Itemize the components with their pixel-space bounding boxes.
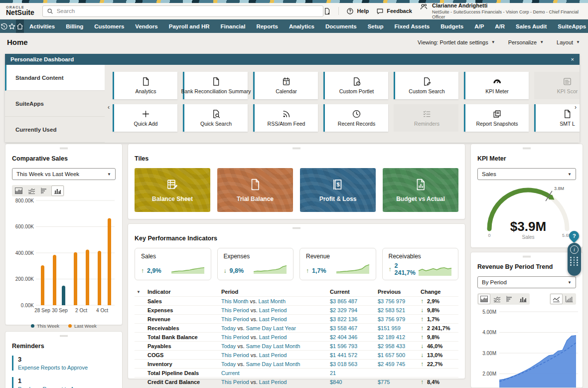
tile-trial-balance[interactable]: Trial Balance — [217, 168, 293, 212]
content-card-custom-portlet[interactable]: cCustom Portlet — [323, 72, 388, 99]
content-card-quick-add[interactable]: Quick Add — [113, 104, 177, 132]
kpi-card-revenue[interactable]: Revenue ↑1,7% — [299, 248, 376, 280]
nav-item-analytics[interactable]: Analytics — [284, 23, 320, 29]
current-value[interactable]: $2 404 346 — [330, 334, 378, 340]
nav-item-a-p[interactable]: A/P — [469, 23, 489, 29]
drag-handle[interactable] — [523, 255, 531, 258]
drag-handle[interactable] — [60, 334, 68, 338]
period-link[interactable]: Current — [221, 370, 240, 376]
content-card-recent-records[interactable]: Recent Records — [323, 104, 388, 132]
drag-handle[interactable] — [523, 147, 531, 150]
content-card-bank-reconciliation-summary[interactable]: Bank Reconciliation Summary — [183, 72, 248, 99]
rt-hbar-chart-icon[interactable] — [504, 294, 516, 304]
global-search-input[interactable]: Search — [42, 5, 324, 17]
nav-item-reports[interactable]: Reports — [251, 23, 283, 29]
period-link[interactable]: This Month — [221, 298, 248, 304]
current-value[interactable]: $3 018 563 — [330, 361, 378, 367]
current-value[interactable]: $3 822 136 — [330, 316, 378, 322]
cs-column-chart-icon[interactable] — [51, 186, 64, 196]
rt2-trend-bar-icon[interactable] — [563, 294, 576, 304]
layout-dropdown[interactable]: Layout▼ — [557, 39, 580, 45]
kpi-card-receivables[interactable]: Receivables ↑2 241,7% — [382, 248, 459, 280]
nav-item-setup[interactable]: Setup — [362, 23, 389, 29]
previous-value[interactable]: $1 657 500 — [378, 352, 421, 358]
period-link[interactable]: Last Period — [259, 352, 287, 358]
info-icon[interactable]: i — [570, 245, 579, 254]
drag-handle[interactable] — [60, 147, 68, 150]
nav-item-financial[interactable]: Financial — [215, 23, 251, 29]
current-value[interactable]: $3 558 467 — [330, 325, 378, 331]
previous-value[interactable]: $2 583 521 — [378, 307, 421, 313]
comparative-range-select[interactable]: This Week vs Last Week▼ — [12, 168, 116, 180]
current-value[interactable]: $1 441 572 — [330, 352, 378, 358]
nav-item-a-r[interactable]: A/R — [489, 23, 510, 29]
cs-line-chart-icon[interactable] — [25, 186, 38, 196]
nav-item-vendors[interactable]: Vendors — [130, 23, 163, 29]
tile-balance-sheet[interactable]: Balance Sheet — [135, 168, 210, 212]
cs-hbar-chart-icon[interactable] — [38, 186, 51, 196]
rt-area-chart-icon[interactable] — [478, 294, 490, 304]
current-value[interactable]: $2 329 794 — [330, 307, 378, 313]
period-link[interactable]: Last Period — [259, 316, 287, 322]
previous-value[interactable]: $775 — [378, 379, 421, 385]
viewing-dropdown[interactable]: Viewing: Portlet date settings▼ — [418, 39, 495, 45]
content-card-quick-search[interactable]: Quick Search — [183, 104, 248, 132]
content-card-report-snapshots[interactable]: Report Snapshots — [464, 104, 529, 132]
period-link[interactable]: Same Day Last Month — [246, 361, 300, 367]
legend-item-last-week[interactable]: Last Week — [68, 323, 97, 329]
kpi-card-expenses[interactable]: Expenses ↓9,8% — [217, 248, 294, 280]
content-card-rss-atom-feed[interactable]: RSS/Atom Feed — [253, 104, 318, 132]
content-card-calendar[interactable]: 1Calendar — [253, 72, 318, 99]
apps-dots-icon[interactable] — [570, 257, 579, 266]
feedback-button[interactable]: Feedback — [376, 7, 412, 15]
panel-tab-currently-used[interactable]: Currently Used — [5, 117, 105, 143]
previous-value[interactable]: $2 189 412 — [378, 334, 421, 340]
period-link[interactable]: Today — [221, 325, 236, 331]
content-card-kpi-meter[interactable]: KPI Meter — [464, 72, 529, 99]
reminder-link-expense-reports-to-approve[interactable]: Expense Reports to Approve — [18, 365, 116, 371]
period-link[interactable]: This Period — [221, 316, 249, 322]
previous-value[interactable]: $2 459 745 — [378, 361, 421, 367]
user-menu[interactable]: Clarianne Andrighetti NetSuite - SuiteSu… — [420, 2, 581, 19]
period-link[interactable]: This Period — [221, 334, 249, 340]
rt2-trend-line-icon[interactable] — [550, 294, 563, 304]
current-value[interactable]: $1 596 793 — [330, 343, 378, 349]
kpi-card-sales[interactable]: Sales ↑2,9% — [135, 248, 211, 280]
help-button[interactable]: Help — [346, 7, 369, 15]
nav-item-customers[interactable]: Customers — [89, 23, 130, 29]
nav-item-payroll-and-hr[interactable]: Payroll and HR — [163, 23, 215, 29]
nav-item-activities[interactable]: Activities — [24, 23, 60, 29]
drag-handle[interactable] — [293, 147, 300, 150]
nav-item-billing[interactable]: Billing — [60, 23, 89, 29]
panel-tab-standard-content[interactable]: Standard Content — [5, 65, 105, 91]
collapse-caret-icon[interactable]: ▼ — [135, 290, 147, 294]
period-link[interactable]: Today — [221, 343, 236, 349]
period-link[interactable]: Today — [221, 361, 236, 367]
current-value[interactable]: 21 — [330, 370, 378, 376]
content-card-custom-search[interactable]: Custom Search — [394, 72, 458, 99]
tile-profit-loss[interactable]: $Profit & Loss — [300, 168, 376, 212]
cs-area-chart-icon[interactable] — [12, 186, 25, 196]
help-pin-button[interactable]: ? — [569, 231, 579, 243]
nav-item-documents[interactable]: Documents — [320, 23, 362, 29]
rt-line-chart-icon[interactable] — [491, 294, 503, 304]
shortcuts-star-icon[interactable] — [8, 19, 16, 33]
nav-item-budgets[interactable]: Budgets — [435, 23, 469, 29]
previous-value[interactable]: $3 756 979 — [378, 298, 421, 304]
current-value[interactable]: $3 865 487 — [330, 298, 378, 304]
previous-value[interactable]: $151 959 — [378, 325, 421, 331]
content-card-smt-l[interactable]: SMT L — [534, 104, 580, 132]
content-card-analytics[interactable]: Analytics — [113, 72, 177, 99]
home-icon[interactable] — [16, 19, 24, 33]
kpi-meter-select[interactable]: Sales▼ — [477, 168, 576, 180]
content-card-reminders[interactable]: Reminders — [394, 104, 458, 132]
period-link[interactable]: Last Period — [259, 379, 287, 385]
recent-records-icon[interactable] — [0, 19, 8, 33]
rt-column-chart-icon[interactable] — [517, 294, 529, 304]
nav-item-sales-audit[interactable]: Sales Audit — [510, 23, 552, 29]
assistant-widget[interactable]: i — [568, 243, 581, 276]
drag-handle[interactable] — [293, 226, 300, 230]
personalize-dropdown[interactable]: Personalize▼ — [508, 39, 544, 45]
content-card-kpi-scor[interactable]: KPI Scor — [534, 72, 580, 99]
nav-item-fixed-assets[interactable]: Fixed Assets — [389, 23, 436, 29]
